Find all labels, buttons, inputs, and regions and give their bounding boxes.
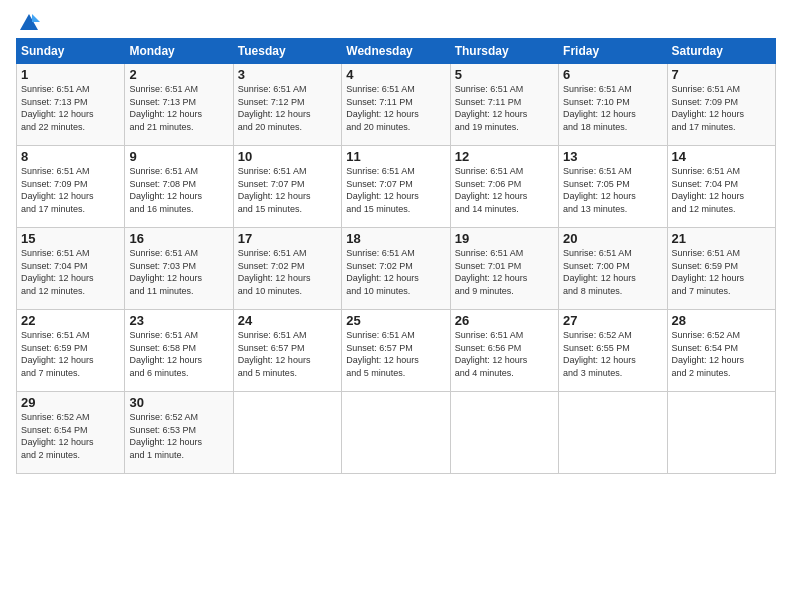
weekday-header-thursday: Thursday <box>450 39 558 64</box>
day-info: Sunrise: 6:51 AM Sunset: 7:00 PM Dayligh… <box>563 247 662 297</box>
day-number: 21 <box>672 231 771 246</box>
calendar-cell: 25Sunrise: 6:51 AM Sunset: 6:57 PM Dayli… <box>342 310 450 392</box>
day-number: 5 <box>455 67 554 82</box>
day-info: Sunrise: 6:51 AM Sunset: 7:06 PM Dayligh… <box>455 165 554 215</box>
weekday-header-friday: Friday <box>559 39 667 64</box>
weekday-header-saturday: Saturday <box>667 39 775 64</box>
day-info: Sunrise: 6:51 AM Sunset: 6:57 PM Dayligh… <box>238 329 337 379</box>
calendar-week-5: 29Sunrise: 6:52 AM Sunset: 6:54 PM Dayli… <box>17 392 776 474</box>
day-number: 22 <box>21 313 120 328</box>
day-number: 3 <box>238 67 337 82</box>
calendar-cell: 3Sunrise: 6:51 AM Sunset: 7:12 PM Daylig… <box>233 64 341 146</box>
calendar-cell: 30Sunrise: 6:52 AM Sunset: 6:53 PM Dayli… <box>125 392 233 474</box>
day-info: Sunrise: 6:51 AM Sunset: 7:03 PM Dayligh… <box>129 247 228 297</box>
calendar-cell: 12Sunrise: 6:51 AM Sunset: 7:06 PM Dayli… <box>450 146 558 228</box>
day-number: 23 <box>129 313 228 328</box>
day-number: 12 <box>455 149 554 164</box>
day-info: Sunrise: 6:51 AM Sunset: 6:58 PM Dayligh… <box>129 329 228 379</box>
day-info: Sunrise: 6:51 AM Sunset: 7:09 PM Dayligh… <box>21 165 120 215</box>
logo-icon <box>18 12 40 34</box>
day-number: 26 <box>455 313 554 328</box>
calendar-cell: 13Sunrise: 6:51 AM Sunset: 7:05 PM Dayli… <box>559 146 667 228</box>
day-number: 24 <box>238 313 337 328</box>
calendar-table: SundayMondayTuesdayWednesdayThursdayFrid… <box>16 38 776 474</box>
calendar-cell: 29Sunrise: 6:52 AM Sunset: 6:54 PM Dayli… <box>17 392 125 474</box>
svg-marker-1 <box>32 14 40 22</box>
calendar-cell: 4Sunrise: 6:51 AM Sunset: 7:11 PM Daylig… <box>342 64 450 146</box>
calendar-cell: 6Sunrise: 6:51 AM Sunset: 7:10 PM Daylig… <box>559 64 667 146</box>
day-number: 27 <box>563 313 662 328</box>
calendar-cell: 9Sunrise: 6:51 AM Sunset: 7:08 PM Daylig… <box>125 146 233 228</box>
day-number: 17 <box>238 231 337 246</box>
calendar-week-2: 8Sunrise: 6:51 AM Sunset: 7:09 PM Daylig… <box>17 146 776 228</box>
calendar-header-row: SundayMondayTuesdayWednesdayThursdayFrid… <box>17 39 776 64</box>
day-info: Sunrise: 6:52 AM Sunset: 6:53 PM Dayligh… <box>129 411 228 461</box>
day-info: Sunrise: 6:51 AM Sunset: 7:11 PM Dayligh… <box>346 83 445 133</box>
calendar-cell: 1Sunrise: 6:51 AM Sunset: 7:13 PM Daylig… <box>17 64 125 146</box>
calendar-cell <box>233 392 341 474</box>
page-container: SundayMondayTuesdayWednesdayThursdayFrid… <box>0 0 792 482</box>
calendar-cell: 22Sunrise: 6:51 AM Sunset: 6:59 PM Dayli… <box>17 310 125 392</box>
day-info: Sunrise: 6:51 AM Sunset: 7:10 PM Dayligh… <box>563 83 662 133</box>
calendar-cell: 10Sunrise: 6:51 AM Sunset: 7:07 PM Dayli… <box>233 146 341 228</box>
day-info: Sunrise: 6:51 AM Sunset: 7:08 PM Dayligh… <box>129 165 228 215</box>
calendar-cell: 2Sunrise: 6:51 AM Sunset: 7:13 PM Daylig… <box>125 64 233 146</box>
calendar-week-3: 15Sunrise: 6:51 AM Sunset: 7:04 PM Dayli… <box>17 228 776 310</box>
day-number: 20 <box>563 231 662 246</box>
day-info: Sunrise: 6:51 AM Sunset: 7:02 PM Dayligh… <box>346 247 445 297</box>
day-number: 1 <box>21 67 120 82</box>
calendar-cell: 24Sunrise: 6:51 AM Sunset: 6:57 PM Dayli… <box>233 310 341 392</box>
day-info: Sunrise: 6:51 AM Sunset: 7:04 PM Dayligh… <box>672 165 771 215</box>
day-info: Sunrise: 6:52 AM Sunset: 6:55 PM Dayligh… <box>563 329 662 379</box>
day-number: 11 <box>346 149 445 164</box>
calendar-cell: 20Sunrise: 6:51 AM Sunset: 7:00 PM Dayli… <box>559 228 667 310</box>
day-info: Sunrise: 6:51 AM Sunset: 7:04 PM Dayligh… <box>21 247 120 297</box>
calendar-week-4: 22Sunrise: 6:51 AM Sunset: 6:59 PM Dayli… <box>17 310 776 392</box>
day-number: 6 <box>563 67 662 82</box>
day-info: Sunrise: 6:51 AM Sunset: 7:11 PM Dayligh… <box>455 83 554 133</box>
calendar-cell <box>667 392 775 474</box>
day-number: 15 <box>21 231 120 246</box>
day-number: 25 <box>346 313 445 328</box>
day-number: 2 <box>129 67 228 82</box>
day-info: Sunrise: 6:51 AM Sunset: 7:07 PM Dayligh… <box>238 165 337 215</box>
calendar-cell: 16Sunrise: 6:51 AM Sunset: 7:03 PM Dayli… <box>125 228 233 310</box>
day-number: 9 <box>129 149 228 164</box>
day-info: Sunrise: 6:51 AM Sunset: 6:59 PM Dayligh… <box>672 247 771 297</box>
calendar-cell <box>559 392 667 474</box>
day-info: Sunrise: 6:51 AM Sunset: 7:02 PM Dayligh… <box>238 247 337 297</box>
header <box>16 12 776 30</box>
day-number: 18 <box>346 231 445 246</box>
day-info: Sunrise: 6:51 AM Sunset: 6:59 PM Dayligh… <box>21 329 120 379</box>
day-info: Sunrise: 6:51 AM Sunset: 7:01 PM Dayligh… <box>455 247 554 297</box>
day-number: 10 <box>238 149 337 164</box>
calendar-cell: 11Sunrise: 6:51 AM Sunset: 7:07 PM Dayli… <box>342 146 450 228</box>
calendar-week-1: 1Sunrise: 6:51 AM Sunset: 7:13 PM Daylig… <box>17 64 776 146</box>
calendar-cell: 18Sunrise: 6:51 AM Sunset: 7:02 PM Dayli… <box>342 228 450 310</box>
weekday-header-tuesday: Tuesday <box>233 39 341 64</box>
calendar-cell: 27Sunrise: 6:52 AM Sunset: 6:55 PM Dayli… <box>559 310 667 392</box>
day-number: 8 <box>21 149 120 164</box>
calendar-cell: 15Sunrise: 6:51 AM Sunset: 7:04 PM Dayli… <box>17 228 125 310</box>
day-info: Sunrise: 6:52 AM Sunset: 6:54 PM Dayligh… <box>672 329 771 379</box>
day-info: Sunrise: 6:52 AM Sunset: 6:54 PM Dayligh… <box>21 411 120 461</box>
calendar-body: 1Sunrise: 6:51 AM Sunset: 7:13 PM Daylig… <box>17 64 776 474</box>
day-number: 30 <box>129 395 228 410</box>
day-number: 7 <box>672 67 771 82</box>
calendar-cell: 19Sunrise: 6:51 AM Sunset: 7:01 PM Dayli… <box>450 228 558 310</box>
day-info: Sunrise: 6:51 AM Sunset: 7:12 PM Dayligh… <box>238 83 337 133</box>
day-number: 28 <box>672 313 771 328</box>
day-number: 29 <box>21 395 120 410</box>
day-info: Sunrise: 6:51 AM Sunset: 6:56 PM Dayligh… <box>455 329 554 379</box>
calendar-cell: 7Sunrise: 6:51 AM Sunset: 7:09 PM Daylig… <box>667 64 775 146</box>
day-number: 13 <box>563 149 662 164</box>
calendar-cell: 21Sunrise: 6:51 AM Sunset: 6:59 PM Dayli… <box>667 228 775 310</box>
day-info: Sunrise: 6:51 AM Sunset: 6:57 PM Dayligh… <box>346 329 445 379</box>
calendar-cell: 23Sunrise: 6:51 AM Sunset: 6:58 PM Dayli… <box>125 310 233 392</box>
day-number: 16 <box>129 231 228 246</box>
day-info: Sunrise: 6:51 AM Sunset: 7:07 PM Dayligh… <box>346 165 445 215</box>
weekday-header-wednesday: Wednesday <box>342 39 450 64</box>
calendar-cell: 26Sunrise: 6:51 AM Sunset: 6:56 PM Dayli… <box>450 310 558 392</box>
day-number: 19 <box>455 231 554 246</box>
logo <box>16 12 40 30</box>
